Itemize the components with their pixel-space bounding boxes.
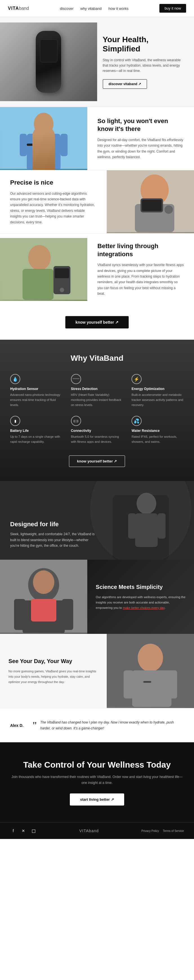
connectivity-title: Connectivity <box>71 429 123 433</box>
svg-point-30 <box>33 570 55 594</box>
twitter-x-icon[interactable]: ✕ <box>20 828 26 834</box>
person-wearing-band <box>0 107 87 170</box>
nav-links: discover why vitaband how it works <box>60 6 129 11</box>
hydration-icon: 💧 <box>10 374 20 384</box>
feature-integrations-section: Better living through integrations VitaB… <box>0 234 194 305</box>
svg-point-13 <box>28 245 51 270</box>
why-vitaband-section: Why VitaBand 💧 Hydration Sensor Advanced… <box>0 340 194 481</box>
feature-light-section: So light, you won't even know it's there… <box>0 107 194 170</box>
svg-point-21 <box>136 493 156 514</box>
feature-precise-heading: Precise is nice <box>10 179 96 187</box>
svg-rect-3 <box>27 143 34 146</box>
hero-content: Your Health, Simplified Stay in control … <box>97 26 194 97</box>
svg-rect-31 <box>31 599 56 622</box>
svg-rect-10 <box>142 200 162 211</box>
bottom-navigation: f ✕ ◻ VITAband Privacy Policy Terms of S… <box>0 822 194 839</box>
energy-title: Energy Optimization <box>131 387 184 391</box>
quote-icon: " <box>33 721 37 730</box>
hero-body: Stay in control with VitaBand, the welln… <box>103 57 184 74</box>
science-body: Our algorithms are developed with wellne… <box>96 595 186 610</box>
svg-rect-23 <box>128 513 136 539</box>
svg-rect-16 <box>55 268 69 278</box>
feature-integrations-row: Better living through integrations VitaB… <box>0 234 194 305</box>
testimonial-quote: The VitaBand has changed how I plan my d… <box>40 719 184 731</box>
water-title: Water Resistance <box>131 429 184 433</box>
footer-logo: VITAband <box>79 829 99 833</box>
nav-buy-button[interactable]: buy it now <box>159 4 186 13</box>
instagram-icon[interactable]: ◻ <box>30 828 37 834</box>
feature-integrations-heading: Better living through integrations <box>98 242 184 258</box>
connectivity-body: Bluetooth 5.0 for seamless syncing with … <box>71 434 123 444</box>
feature-light-image <box>0 107 87 170</box>
footer-links: Privacy Policy Terms of Service <box>141 829 184 832</box>
connectivity-icon: ((·)) <box>71 416 81 426</box>
feature-water: 💦 Water Resistance Rated IPX6, perfect f… <box>131 416 184 444</box>
logo: VITAband <box>8 6 29 11</box>
see-section: See Your Day, Your Way No more guessing … <box>0 634 194 708</box>
svg-rect-2 <box>27 134 61 169</box>
see-content: See Your Day, Your Way No more guessing … <box>0 634 107 708</box>
see-image <box>107 634 194 708</box>
svg-rect-35 <box>123 670 133 698</box>
designed-heading: Designed for life <box>10 520 95 528</box>
footer-cta-heading: Take Control of Your Wellness Today <box>10 759 184 770</box>
science-content: Science Meets Simplicity Our algorithms … <box>87 560 194 634</box>
know-yourself-button-2[interactable]: know yourself better <box>69 455 125 467</box>
feature-light-body: Designed for all-day comfort, the VitaBa… <box>98 137 184 160</box>
feature-light-row: So light, you won't even know it's there… <box>0 107 194 170</box>
stress-body: HRV (Heart Rate Variability) monitoring … <box>71 393 123 407</box>
feature-hydration: 💧 Hydration Sensor Advanced nano-photoni… <box>10 374 63 407</box>
svg-rect-34 <box>132 670 172 707</box>
energy-icon: ⚡ <box>131 374 142 384</box>
designed-section: Designed for life Sleek, lightweight, an… <box>0 481 194 560</box>
feature-precise-row: Precise is nice Our advanced sensors and… <box>0 170 194 234</box>
hydration-title: Hydration Sensor <box>10 387 63 391</box>
start-living-button[interactable]: start living better <box>70 794 124 805</box>
feature-precise-body: Our advanced sensors and cutting-edge al… <box>10 191 96 225</box>
facebook-icon[interactable]: f <box>10 828 16 834</box>
feature-precise-image <box>107 170 194 233</box>
water-icon: 💦 <box>131 416 142 426</box>
svg-point-11 <box>164 205 173 214</box>
hero-section: Your Health, Simplified Stay in control … <box>0 17 194 107</box>
svg-point-17 <box>60 288 64 292</box>
science-section: Science Meets Simplicity Our algorithms … <box>0 560 194 634</box>
hydration-body: Advanced nano-photonic technology ensure… <box>10 393 63 407</box>
svg-rect-5 <box>61 134 67 156</box>
why-heading: Why VitaBand <box>10 354 184 363</box>
science-highlight: make better choices every day <box>123 606 164 609</box>
feature-connectivity: ((·)) Connectivity Bluetooth 5.0 for sea… <box>71 416 123 444</box>
stress-title: Stress Detection <box>71 387 123 391</box>
battery-body: Up to 7 days on a single charge with rap… <box>10 434 63 444</box>
feature-integrations-body: VitaBand syncs seamlessly with your favo… <box>98 262 184 296</box>
hero-device-image <box>0 22 97 101</box>
energy-body: Built-in accelerometer and metabolic tra… <box>131 393 184 407</box>
science-svg <box>0 560 87 633</box>
see-svg <box>107 634 194 707</box>
svg-rect-14 <box>22 269 53 300</box>
feature-precise-text: Precise is nice Our advanced sensors and… <box>0 170 107 234</box>
feature-light-heading: So light, you won't even know it's there <box>98 117 184 133</box>
integrations-svg <box>0 238 87 300</box>
footer-cta-body: Join thousands who have transformed thei… <box>10 774 184 786</box>
privacy-policy-link[interactable]: Privacy Policy <box>141 829 159 832</box>
nav-why-vitaband[interactable]: why vitaband <box>80 6 102 11</box>
hero-cta-button[interactable]: discover vitaband <box>103 79 147 89</box>
svg-rect-29 <box>62 599 73 630</box>
nav-discover[interactable]: discover <box>60 6 74 11</box>
feature-stress: 〰〰 Stress Detection HRV (Heart Rate Vari… <box>71 374 123 407</box>
vitaband-device <box>36 31 61 93</box>
cta-know-yourself-1: know yourself better <box>0 305 194 340</box>
nav-how-it-works[interactable]: how it works <box>108 6 129 11</box>
know-yourself-button-1[interactable]: know yourself better <box>65 316 129 328</box>
terms-of-service-link[interactable]: Terms of Service <box>163 829 184 832</box>
feature-energy: ⚡ Energy Optimization Built-in accelerom… <box>131 374 184 407</box>
svg-rect-4 <box>20 134 27 156</box>
see-body: No more guessing games. VitaBand gives y… <box>8 669 98 684</box>
feature-battery: ▮ Battery Life Up to 7 days on a single … <box>10 416 63 444</box>
feature-integrations-text: Better living through integrations VitaB… <box>87 234 194 305</box>
precise-svg <box>107 170 194 232</box>
footer-cta-section: Take Control of Your Wellness Today Join… <box>0 742 194 822</box>
svg-point-33 <box>138 644 163 672</box>
person-svg <box>0 107 87 169</box>
